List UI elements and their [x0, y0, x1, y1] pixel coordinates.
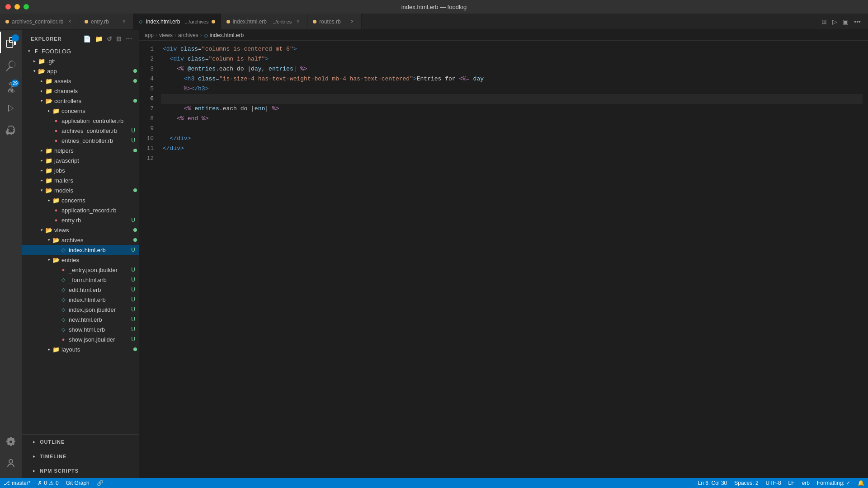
sidebar-item-models[interactable]: 📂 models: [22, 185, 139, 195]
tab-routes-rb[interactable]: routes.rb ×: [307, 14, 362, 29]
tab-close-button[interactable]: ×: [349, 18, 356, 25]
statusbar-spaces[interactable]: Spaces: 2: [731, 478, 762, 488]
sidebar-item-index-jbuilder[interactable]: ◇ index.json.jbuilder U: [22, 305, 139, 314]
line-num-2: 2: [139, 54, 154, 64]
sidebar-item-entries-controller[interactable]: ● entries_controller.rb U: [22, 136, 139, 145]
sidebar-item-jobs[interactable]: 📁 jobs: [22, 165, 139, 175]
sidebar-item-index-archives[interactable]: ◇ index.html.erb U: [22, 245, 139, 255]
statusbar-encoding[interactable]: UTF-8: [762, 478, 785, 488]
sidebar-item-git[interactable]: 📁 .git: [22, 56, 139, 66]
sidebar-label-form-erb: _form.html.erb: [69, 277, 131, 283]
activity-search[interactable]: [0, 55, 22, 77]
sidebar-item-index-entries[interactable]: ◇ index.html.erb U: [22, 295, 139, 305]
sidebar-item-show-erb[interactable]: ◇ show.html.erb U: [22, 324, 139, 334]
sidebar-item-new-erb[interactable]: ◇ new.html.erb U: [22, 314, 139, 324]
sidebar-item-controllers[interactable]: 📂 controllers: [22, 96, 139, 106]
maximize-button[interactable]: [24, 4, 29, 9]
sidebar-item-javascript[interactable]: 📁 javascript: [22, 155, 139, 165]
minimize-button[interactable]: [14, 4, 20, 9]
sidebar-item-views[interactable]: 📂 views: [22, 225, 139, 235]
statusbar-errors[interactable]: ✗ 0 ⚠ 0: [34, 478, 62, 488]
line-num-4: 4: [139, 74, 154, 84]
sidebar-item-edit-erb[interactable]: ◇ edit.html.erb U: [22, 285, 139, 295]
activity-source-control[interactable]: 29: [0, 77, 22, 99]
tab-toolbar-right: ⊞ ▷ ▣ •••: [820, 14, 868, 29]
sidebar-item-app[interactable]: 📂 app: [22, 66, 139, 76]
modified-dot: [133, 228, 137, 232]
sidebar-item-mailers[interactable]: 📁 mailers: [22, 175, 139, 185]
split-editor-icon[interactable]: ⊞: [820, 16, 829, 27]
activity-explorer[interactable]: [0, 32, 22, 53]
activity-extensions[interactable]: [0, 120, 22, 142]
outline-header[interactable]: OUTLINE: [22, 436, 139, 447]
timeline-header[interactable]: TIMELINE: [22, 451, 139, 462]
layout-icon[interactable]: ▣: [841, 16, 850, 27]
sidebar-item-layouts[interactable]: 📁 layouts: [22, 344, 139, 354]
tab-entry-rb[interactable]: entry.rb ×: [79, 14, 133, 29]
code-line-7: <% entires.each do |enn| %>: [161, 104, 863, 114]
sidebar-item-entry-jbuilder[interactable]: ● _entry.json.jbuilder U: [22, 265, 139, 275]
sidebar-item-entries[interactable]: 📂 entries: [22, 255, 139, 265]
leaf-arrow: [45, 206, 52, 214]
tab-dot: [5, 20, 9, 23]
more-icon[interactable]: ⋯: [125, 34, 133, 43]
sidebar-item-archives-controller[interactable]: ● archives_controller.rb U: [22, 126, 139, 136]
play-icon[interactable]: ▷: [830, 16, 839, 27]
activity-run[interactable]: [0, 99, 22, 120]
refresh-icon[interactable]: ↺: [106, 34, 113, 43]
editor-content[interactable]: 1 2 3 4 5 6 7 8 9 10 11 12 <div class="c…: [139, 41, 868, 478]
sidebar-item-archives[interactable]: 📂 archives: [22, 235, 139, 245]
sidebar-item-application-controller[interactable]: ● application_controller.rb: [22, 116, 139, 126]
close-button[interactable]: [5, 4, 11, 9]
statusbar-link-icon[interactable]: 🔗: [93, 478, 107, 488]
breadcrumb-views[interactable]: views: [159, 32, 173, 38]
tab-index-html-archives[interactable]: ◇ index.html.erb .../archives: [133, 14, 221, 29]
file-badge: U: [131, 336, 135, 343]
sidebar-label-archives: archives: [61, 237, 133, 244]
file-badge: U: [131, 137, 135, 144]
leaf-arrow: [52, 306, 60, 313]
sidebar-item-show-jbuilder[interactable]: ● show.json.jbuilder U: [22, 334, 139, 344]
statusbar-branch[interactable]: ⎇ master*: [0, 478, 34, 488]
statusbar-position[interactable]: Ln 6, Col 30: [694, 478, 731, 488]
tab-close-button[interactable]: ×: [66, 18, 73, 25]
modified-dot: [133, 347, 137, 351]
tab-index-html-entries[interactable]: index.html.erb .../entries ×: [221, 14, 308, 29]
controllers-arrow: [38, 97, 45, 104]
sidebar-item-root[interactable]: F FOODLOG: [22, 46, 139, 56]
sidebar-label-controllers: controllers: [54, 98, 133, 104]
sidebar-item-application-record[interactable]: ● application_record.rb: [22, 205, 139, 215]
npm-header[interactable]: NPM SCRIPTS: [22, 465, 139, 476]
sidebar-item-concerns-2[interactable]: 📁 concerns: [22, 195, 139, 205]
sidebar-item-form-erb[interactable]: ◇ _form.html.erb U: [22, 275, 139, 285]
breadcrumb-filename[interactable]: index.html.erb: [210, 32, 244, 38]
line-num-3: 3: [139, 64, 154, 74]
activity-settings[interactable]: [0, 431, 22, 453]
code-area[interactable]: <div class="columns is-centered mt-6"> <…: [161, 41, 863, 478]
breadcrumb-app[interactable]: app: [145, 32, 154, 38]
statusbar-bell[interactable]: 🔔: [854, 478, 868, 488]
helpers-arrow: [38, 147, 45, 154]
line-num-7: 7: [139, 104, 154, 114]
sidebar-item-concerns-1[interactable]: 📁 concerns: [22, 106, 139, 116]
breadcrumb-archives[interactable]: archives: [178, 32, 198, 38]
sidebar-item-assets[interactable]: 📁 assets: [22, 76, 139, 86]
more-actions-icon[interactable]: •••: [852, 16, 863, 27]
new-file-icon[interactable]: 📄: [82, 34, 92, 43]
statusbar-git-graph[interactable]: Git Graph: [62, 478, 93, 488]
sidebar-item-entry-model[interactable]: ● entry.rb U: [22, 215, 139, 225]
code-line-9: [161, 124, 863, 134]
sidebar-item-channels[interactable]: 📁 channels: [22, 86, 139, 96]
tab-close-button[interactable]: ×: [294, 18, 302, 25]
tab-archives-controller[interactable]: archives_controller.rb ×: [0, 14, 79, 29]
editor-scrollbar[interactable]: [863, 41, 868, 478]
tab-close-button[interactable]: ×: [120, 18, 127, 25]
statusbar-eol[interactable]: LF: [785, 478, 798, 488]
activity-avatar[interactable]: [0, 453, 22, 474]
new-folder-icon[interactable]: 📁: [94, 34, 104, 43]
sidebar-label-assets: assets: [54, 78, 133, 84]
sidebar-item-helpers[interactable]: 📁 helpers: [22, 145, 139, 155]
statusbar-formatting[interactable]: Formatting: ✓: [813, 478, 854, 488]
statusbar-language[interactable]: erb: [798, 478, 813, 488]
collapse-icon[interactable]: ⊟: [115, 34, 123, 43]
